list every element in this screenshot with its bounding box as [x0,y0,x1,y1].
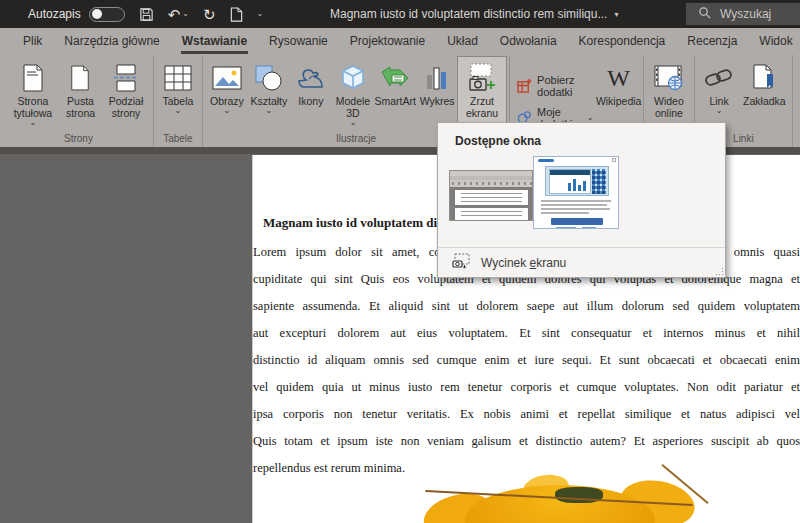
chart-button[interactable]: Wykres [416,57,458,131]
table-button[interactable]: Tabela ⌄ [157,57,199,131]
tab-narzedzia-glowne[interactable]: Narzędzia główne [53,28,170,55]
group-strony: Strona tytułowa ⌄ Pusta strona Podział [4,55,154,147]
cutoff-button[interactable] [796,57,800,147]
get-addins-button[interactable]: Pobierz dodatki [517,74,593,98]
wikipedia-icon: W [607,65,630,92]
search-label: Wyszukaj [720,7,771,21]
link-button[interactable]: Link ⌄ [698,57,740,131]
screen-clipping-icon [452,253,470,272]
store-icon [517,78,532,95]
close-icon [612,158,616,162]
chevron-down-icon: ⌄ [587,114,594,122]
word-window: Autozapis ↶⌄ ↻ ⌄ Magnam iusto id volupta… [0,0,800,523]
blank-page-icon [69,61,91,95]
tab-projektowanie[interactable]: Projektowanie [339,28,436,55]
bookmark-button[interactable]: Zakładka [740,57,789,131]
table-icon [164,61,192,95]
tab-rysowanie[interactable]: Rysowanie [258,28,339,55]
cube-3d-icon [339,61,367,95]
tab-korespondencja[interactable]: Korespondencja [568,28,677,55]
duck-icon [297,61,325,95]
screenshot-icon [467,61,497,95]
online-video-icon [654,61,684,95]
toggle-knob [92,9,102,19]
customize-qat-icon[interactable]: ⌄ [257,10,264,18]
tab-plik[interactable]: Plik [12,28,53,55]
undo-dropdown-icon[interactable]: ⌄ [182,10,189,18]
smartart-icon [380,61,410,95]
tab-widok[interactable]: Widok [748,28,800,55]
tab-uklad[interactable]: Układ [436,28,489,55]
window-title[interactable]: Magnam iusto id voluptatem distinctio re… [330,0,618,28]
paragraph-line: vel quidem quia ut minus iusto rem tenet… [253,374,800,401]
screen-clipping-label: Wycinek ekranu [481,256,566,270]
toggle-switch-off[interactable] [89,7,125,22]
group-label-strony: Strony [7,131,150,147]
shapes-icon [255,61,283,95]
page-break-button[interactable]: Podział strony [102,57,150,131]
group-tabele: Tabela ⌄ Tabele [154,55,203,147]
pictures-button[interactable]: Obrazy ⌄ [206,57,248,131]
inline-picture-flower[interactable] [405,473,715,523]
chevron-down-icon: ⌄ [350,119,357,127]
chevron-down-icon: ⌄ [224,107,231,115]
paragraph-line: sapiente assumenda. Et aliquid sint ut d… [253,293,800,320]
undo-button[interactable]: ↶⌄ [168,7,189,22]
search-box[interactable]: Wyszukaj [686,3,800,25]
screenshot-dropdown: Dostępne okna [437,122,726,278]
available-windows-header: Dostępne okna [438,123,725,148]
chevron-down-icon: ⌄ [716,107,723,115]
new-document-icon[interactable] [230,7,243,22]
search-icon [698,6,711,22]
tab-odwolania[interactable]: Odwołania [489,28,568,55]
save-icon[interactable] [139,7,154,22]
group-label-tabele: Tabele [157,131,199,147]
ribbon-tabs: Plik Narzędzia główne Wstawianie Rysowan… [0,28,800,55]
paragraph-line: aut excepturi dolorem aut eius voluptate… [253,320,800,347]
autosave-label: Autozapis [28,7,81,21]
redo-button[interactable]: ↻ [203,7,216,22]
picture-icon [212,61,242,95]
group-cutoff [793,55,800,147]
chart-icon [425,61,449,95]
link-icon [705,61,733,95]
window-thumbnail-word[interactable] [449,170,533,221]
smartart-button[interactable]: SmartArt [374,57,416,131]
autosave-toggle[interactable]: Autozapis [28,7,125,22]
bookmark-icon [752,61,776,95]
page-break-icon [113,61,139,95]
chevron-down-icon: ⌄ [266,107,273,115]
blank-page-button[interactable]: Pusta strona [59,57,102,131]
shapes-button[interactable]: Kształty ⌄ [248,57,290,131]
paragraph-line: Quis totam et ipsum iste non veniam gali… [253,428,800,455]
chevron-down-icon: ⌄ [30,119,37,127]
tab-wstawianie[interactable]: Wstawianie [171,28,258,55]
screen-clipping-item[interactable]: Wycinek ekranu [438,248,725,277]
3d-models-button[interactable]: Modele 3D ⌄ [332,57,374,131]
title-bar: Autozapis ↶⌄ ↻ ⌄ Magnam iusto id volupta… [0,0,800,28]
icons-button[interactable]: Ikony [290,57,332,131]
cover-page-icon [21,61,45,95]
screenshot-button[interactable]: Zrzut ekranu ⌄ [458,57,506,131]
onedrive-thumb-button [551,218,603,225]
cover-page-button[interactable]: Strona tytułowa ⌄ [7,57,59,131]
paragraph-line: distinctio id aliquam omnis sed cumque e… [253,347,800,374]
tab-recenzja[interactable]: Recenzja [676,28,748,55]
chevron-down-icon: ⌄ [175,107,182,115]
resize-handle[interactable] [715,267,723,275]
paragraph-line: ipsa corporis non tenetur veritatis. Ex … [253,401,800,428]
quick-access-toolbar: Autozapis ↶⌄ ↻ ⌄ [0,7,263,22]
window-thumbnail-onedrive[interactable] [533,156,619,229]
title-dropdown-icon[interactable]: ▾ [614,10,618,19]
onedrive-logo [538,159,554,162]
